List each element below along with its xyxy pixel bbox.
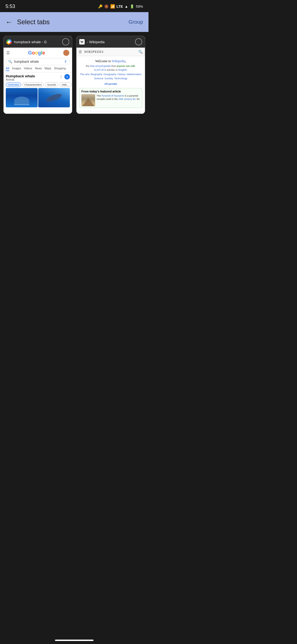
portal-society[interactable]: Society (105, 77, 113, 80)
top-bar: ← Select tabs Group (0, 12, 148, 32)
portal-arts[interactable]: The arts (80, 73, 89, 76)
wiki-portal-links: The arts Biography Geography History Mat… (79, 73, 142, 80)
wiki-featured-text: The Pyramid of Nyuserre is a pyramid com… (97, 94, 140, 106)
more-options-icon[interactable]: ⋮ (59, 75, 63, 79)
google-menu-icon: ☰ (6, 51, 10, 55)
knowledge-pills: Overview Characteristics Sounds Vide… (6, 82, 70, 87)
nav-maps[interactable]: Maps (45, 67, 51, 71)
wiki-body: Welcome to Wikipedia, the free encyclope… (76, 56, 145, 111)
wiki-welcome-heading: Welcome to Wikipedia, (79, 59, 142, 64)
battery-icon: 🔋 (130, 4, 134, 9)
back-button[interactable]: ← (6, 18, 13, 26)
tab-card-google[interactable]: humpback whale - G ☰ Google 🔍 humpback w… (3, 36, 72, 114)
pill-overview[interactable]: Overview (6, 82, 21, 87)
tab-card-wikipedia[interactable]: W - Wikipedia ☰ Wikipedia 🔍 Welcome to W… (76, 36, 145, 114)
knowledge-images (6, 88, 70, 107)
hotspot-icon: 📶 (110, 4, 115, 9)
lte-label: LTE (117, 4, 123, 9)
knowledge-panel: Humpback whale Animal ⋮ + Overview Chara… (4, 72, 72, 109)
whale-image-2 (38, 88, 70, 107)
tab-title-wikipedia: - Wikipedia (87, 40, 133, 44)
tab-header-google: humpback whale - G (4, 36, 72, 48)
nav-images[interactable]: Images (12, 67, 21, 71)
mic-icon: 🎙 (64, 60, 67, 64)
tab-title-google: humpback whale - G (14, 40, 60, 44)
whale-image-1 (6, 88, 38, 107)
pill-sounds[interactable]: Sounds (45, 82, 58, 87)
google-logo: Google (28, 50, 45, 56)
wiki-link-wikipedia: Wikipedia (112, 59, 125, 63)
search-icon: 🔍 (8, 60, 12, 64)
google-top-row: ☰ Google (4, 48, 72, 58)
google-search-bar[interactable]: 🔍 humpback whale 🎙 (6, 58, 70, 65)
portal-biography[interactable]: Biography (90, 73, 102, 76)
wiki-featured-image (81, 94, 95, 106)
nav-videos[interactable]: Videos (24, 67, 32, 71)
tab-select-google[interactable] (62, 38, 69, 45)
wiki-welcome-text: Welcome to (95, 59, 112, 63)
pill-video[interactable]: Vide… (59, 82, 72, 87)
add-to-list-button[interactable]: + (64, 74, 70, 80)
nav-all[interactable]: All (6, 67, 9, 71)
group-button[interactable]: Group (128, 19, 143, 25)
tab-select-wikipedia[interactable] (135, 38, 142, 45)
portal-history[interactable]: History (117, 73, 126, 76)
wiki-comma: , (125, 59, 126, 63)
wiki-search-icon: 🔍 (138, 50, 143, 54)
status-time: 5:53 (6, 4, 15, 9)
battery-percent: 59% (136, 4, 143, 9)
knowledge-title: Humpback whale (6, 74, 35, 78)
all-portals-link[interactable]: All portals (104, 82, 117, 85)
page-title: Select tabs (17, 18, 128, 26)
pill-characteristics[interactable]: Characteristics (22, 82, 44, 87)
status-bar: 5:53 🔑 🔕 📶 LTE ▲ 🔋 59% (0, 0, 148, 12)
bell-off-icon: 🔕 (104, 4, 109, 9)
wiki-description: the free encyclopedia that anyone can ed… (79, 64, 142, 67)
nav-news[interactable]: News (35, 67, 42, 71)
signal-icon: ▲ (125, 4, 128, 9)
search-query: humpback whale (14, 60, 62, 64)
portal-geography[interactable]: Geography (103, 73, 116, 76)
wiki-top-bar: ☰ Wikipedia 🔍 (76, 48, 145, 56)
portal-mathematics[interactable]: Mathematics (127, 73, 142, 76)
portal-technology[interactable]: Technology (114, 77, 127, 80)
key-icon: 🔑 (98, 4, 103, 9)
status-icons: 🔑 🔕 📶 LTE ▲ 🔋 59% (98, 4, 143, 9)
nav-shopping[interactable]: Shopping (54, 67, 65, 71)
knowledge-subtitle: Animal (6, 78, 35, 81)
tabs-container: humpback whale - G ☰ Google 🔍 humpback w… (0, 32, 148, 119)
wiki-featured-body: The Pyramid of Nyuserre is a pyramid com… (81, 94, 140, 106)
google-nav-tabs: All Images Videos News Maps Shopping (4, 67, 72, 72)
wiki-menu-icon: ☰ (79, 50, 82, 54)
tab-content-google: ☰ Google 🔍 humpback whale 🎙 All Images V… (4, 48, 72, 114)
google-favicon (6, 39, 12, 45)
wiki-wordmark: Wikipedia (84, 50, 103, 54)
wikipedia-favicon: W (79, 39, 85, 45)
google-avatar (63, 50, 69, 56)
wiki-featured-section: From today's featured article The Pyrami… (79, 88, 142, 108)
portal-science[interactable]: Science (94, 77, 103, 80)
tab-content-wikipedia: ☰ Wikipedia 🔍 Welcome to Wikipedia, the … (76, 48, 145, 114)
wiki-featured-title: From today's featured article (81, 90, 140, 93)
wiki-article-count: 6,237,873 articles in English (79, 68, 142, 71)
tab-header-wikipedia: W - Wikipedia (76, 36, 145, 48)
